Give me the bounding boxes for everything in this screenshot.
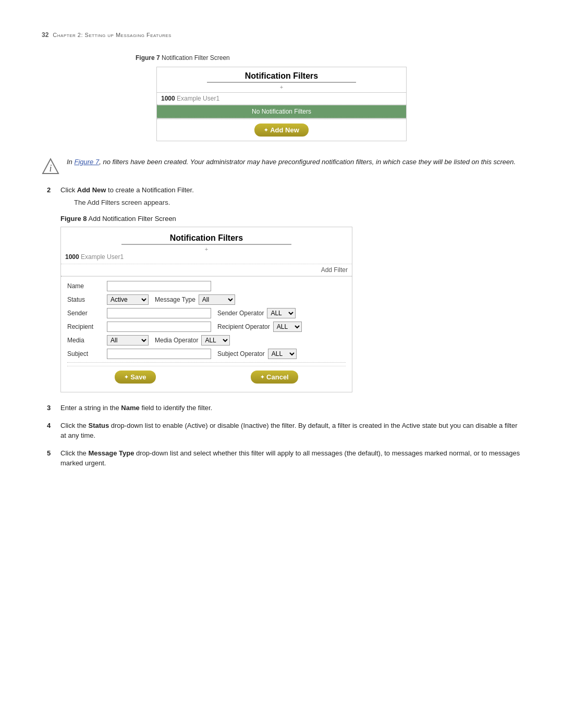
media-label: Media [67,337,104,344]
step-4: 4 Click the Status drop-down list to ena… [47,421,521,441]
sender-operator-label: Sender Operator [217,310,264,317]
step-4-text: Click the Status drop-down list to enabl… [60,421,521,441]
media-operator-select[interactable]: ALL [201,335,230,346]
status-label: Status [67,296,104,303]
sender-operator-select[interactable]: ALL [267,308,296,318]
message-type-select[interactable]: All Normal Urgent [199,294,235,305]
nf-title-area-1: Notification Filters + [157,67,406,93]
add-new-button-1[interactable]: Add New [254,124,309,137]
nf-user-row-1: 1000 Example User1 [157,93,406,105]
nf-user-row-2: 1000 Example User1 [65,252,348,262]
nf-underline-1 [207,82,357,83]
name-label: Name [67,282,104,290]
steps: 2 Click Add New to create a Notification… [47,185,521,468]
user-id-1: 1000 [161,95,175,102]
nf-title-1: Notification Filters [157,71,406,81]
step-3: 3 Enter a string in the Name field to id… [47,403,521,413]
af-name-row: Name [67,281,346,291]
af-status-row: Status Active Inactive Message Type All … [67,294,346,305]
step-2-text: Click Add New to create a Notification F… [60,185,521,207]
subject-operator-select[interactable]: ALL [268,349,297,359]
svg-text:i: i [49,163,52,174]
sender-input[interactable] [107,308,211,318]
user-id-2: 1000 [65,253,79,261]
step-3-text: Enter a string in the Name field to iden… [60,403,521,413]
save-button[interactable]: Save [115,371,155,384]
af-media-row: Media All Media Operator ALL [67,335,346,346]
nf-underline-2 [121,244,291,245]
subject-input[interactable] [107,349,211,359]
af-recipient-row: Recipient Recipient Operator ALL [67,322,346,332]
message-type-label: Message Type [155,296,195,303]
user-name-1: Example User1 [177,95,219,102]
af-add-filter-label: Add Filter [61,264,352,276]
figure7-nf-box: Notification Filters + 1000 Example User… [156,67,407,141]
nf-action-row: Add New [157,119,406,141]
user-name-2: Example User1 [81,253,124,261]
subject-label: Subject [67,350,104,357]
name-input[interactable] [107,281,211,291]
figure7-label: Figure 7 Notification Filter Screen [136,54,521,61]
recipient-input[interactable] [107,322,211,332]
step-3-num: 3 [47,403,56,413]
dotted-div-4 [67,362,346,363]
figure8-label: Figure 8 Add Notification Filter Screen [60,215,521,223]
status-select[interactable]: Active Inactive [107,294,149,305]
nf-title-2: Notification Filters [65,233,348,243]
af-subject-row: Subject Subject Operator ALL [67,349,346,359]
af-actions: Save Cancel [67,366,346,388]
recipient-label: Recipient [67,323,104,330]
media-select[interactable]: All [107,335,149,346]
subject-operator-label: Subject Operator [217,350,265,357]
step-5-num: 5 [47,448,56,459]
recipient-operator-select[interactable]: ALL [273,322,302,332]
nf-plus-1: + [157,84,406,90]
page-number: 32 [42,31,48,39]
info-box: i In Figure 7, no filters have been crea… [42,157,521,176]
step-5-text: Click the Message Type drop-down list an… [60,448,521,468]
af-form: Name Status Active Inactive Message Type… [61,277,352,392]
info-text: In Figure 7, no filters have been create… [67,157,516,167]
step-4-num: 4 [47,421,56,431]
af-header: Notification Filters + 1000 Example User… [61,227,352,264]
chapter-title: Chapter 2: Setting up Messaging Features [53,32,172,38]
step-5: 5 Click the Message Type drop-down list … [47,448,521,468]
step-2-num: 2 [47,185,56,195]
nf-plus-2: + [65,246,348,252]
media-operator-label: Media Operator [155,337,198,344]
figure7-link[interactable]: Figure 7 [74,158,99,166]
page-header: 32 Chapter 2: Setting up Messaging Featu… [42,31,521,39]
step-2-sub: The Add Filters screen appears. [74,198,521,208]
af-sender-row: Sender Sender Operator ALL [67,308,346,318]
nf-status-row: No Notification Filters [157,105,406,118]
step-2: 2 Click Add New to create a Notification… [47,185,521,207]
figure8-af-box: Notification Filters + 1000 Example User… [60,227,352,392]
cancel-button[interactable]: Cancel [251,371,298,384]
recipient-operator-label: Recipient Operator [217,323,270,330]
sender-label: Sender [67,310,104,317]
info-icon: i [42,158,59,176]
nf-title-area-2: Notification Filters + [65,231,348,252]
